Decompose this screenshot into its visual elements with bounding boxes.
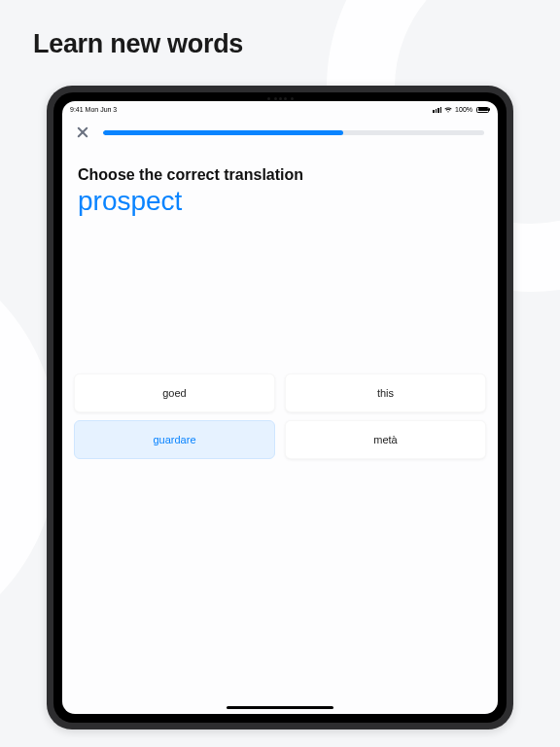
options-grid: goed this guardare metà	[62, 374, 498, 459]
instruction-text: Choose the correct translation	[78, 166, 482, 184]
option-card-2[interactable]: guardare	[74, 420, 275, 459]
option-label: guardare	[153, 434, 195, 445]
battery-icon	[476, 107, 490, 113]
option-card-1[interactable]: this	[285, 374, 486, 412]
page-title: Learn new words	[33, 29, 243, 59]
prompt-area: Choose the correct translation prospect	[62, 139, 498, 217]
tablet-bezel: 9:41 Mon Jun 3 100%	[53, 92, 507, 723]
progress-fill	[103, 130, 343, 135]
home-indicator[interactable]	[227, 706, 333, 709]
status-bar: 9:41 Mon Jun 3 100%	[62, 101, 498, 116]
screen: 9:41 Mon Jun 3 100%	[62, 101, 498, 714]
target-word: prospect	[78, 186, 482, 217]
progress-bar	[103, 130, 484, 135]
battery-percentage: 100%	[455, 106, 472, 113]
tablet-frame: 9:41 Mon Jun 3 100%	[47, 86, 513, 729]
top-row	[62, 116, 498, 139]
signal-icon	[433, 107, 441, 113]
option-label: this	[377, 387, 394, 399]
wifi-icon	[444, 107, 452, 113]
close-icon[interactable]	[76, 125, 89, 139]
option-label: metà	[373, 434, 397, 445]
option-card-0[interactable]: goed	[74, 374, 275, 412]
status-right-cluster: 100%	[433, 106, 490, 113]
status-time-date: 9:41 Mon Jun 3	[70, 106, 117, 113]
option-card-3[interactable]: metà	[285, 420, 486, 459]
option-label: goed	[162, 387, 186, 399]
